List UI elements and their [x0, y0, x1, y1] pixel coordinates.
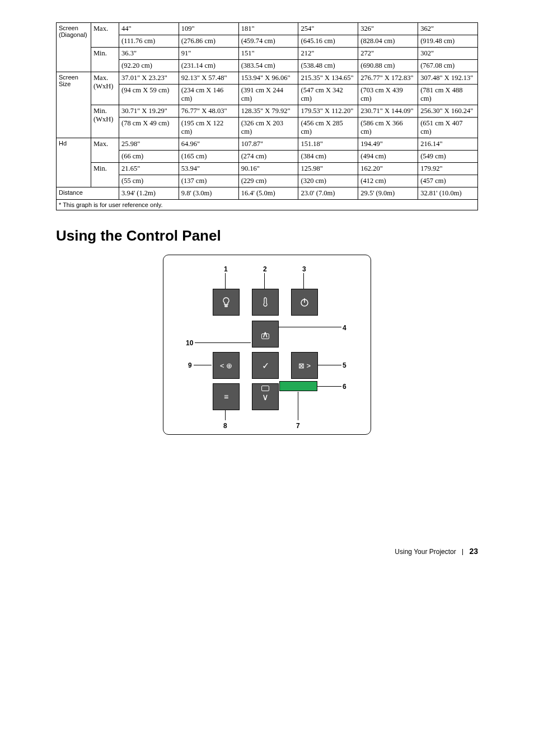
check-icon: ✓ [262, 360, 269, 371]
menu-button[interactable]: ≡ [213, 383, 240, 410]
footer-text: Using Your Projector [395, 548, 456, 556]
rowhead-hd: Hd [57, 138, 91, 187]
cell: 64.96" [179, 138, 238, 151]
cell: 44" [119, 23, 179, 35]
rowhead-screen-diagonal: Screen (Diagonal) [57, 23, 91, 72]
cell: (165 cm) [179, 151, 238, 163]
lamp-icon [221, 297, 232, 308]
cell: 162.20" [358, 163, 418, 175]
cell: 151.18" [298, 138, 358, 151]
lamp-button[interactable] [213, 289, 240, 316]
sub-min: Min. [91, 48, 119, 72]
leader-line [317, 386, 341, 387]
cell: 179.92" [418, 163, 478, 175]
cell: 326" [358, 23, 418, 35]
cell: 276.77" X 172.83" [358, 72, 418, 84]
cell: (767.08 cm) [418, 60, 478, 72]
callout-6: 6 [343, 383, 346, 391]
cell: (457 cm) [418, 175, 478, 187]
power-button[interactable] [291, 289, 318, 316]
cell: (195 cm X 122 cm) [179, 118, 238, 138]
thermometer-icon [260, 297, 271, 308]
cell: 254" [298, 23, 358, 35]
callout-4: 4 [343, 324, 346, 332]
cell: 37.01" X 23.23" [119, 72, 179, 84]
cell: 181" [238, 23, 298, 35]
cell: (494 cm) [358, 151, 418, 163]
auto-adjust-icon: < ⊕ [220, 361, 232, 370]
callout-2: 2 [263, 265, 267, 273]
cell: 9.8' (3.0m) [179, 187, 238, 200]
cell: (66 cm) [119, 151, 179, 163]
cell: 23.0' (7.0m) [298, 187, 358, 200]
sub-max: Max. [91, 23, 119, 48]
cell: (919.48 cm) [418, 35, 478, 48]
cell: 53.94" [179, 163, 238, 175]
cell: 153.94" X 96.06" [238, 72, 298, 84]
sub-max: Max. [91, 138, 119, 163]
callout-1: 1 [224, 265, 228, 273]
temp-button[interactable] [252, 289, 279, 316]
table-footnote: * This graph is for user reference only. [57, 200, 478, 210]
sub-max-wxh: Max. (WxH) [91, 72, 119, 105]
cell: (274 cm) [238, 151, 298, 163]
page-number: 23 [469, 547, 478, 556]
cell: 212" [298, 48, 358, 60]
cell: (828.04 cm) [358, 35, 418, 48]
leader-line [303, 273, 304, 289]
cell: (111.76 cm) [119, 35, 179, 48]
cell: 32.81' (10.0m) [418, 187, 478, 200]
cell: 307.48" X 192.13" [418, 72, 478, 84]
cell: 91" [179, 48, 238, 60]
leader-line [225, 273, 226, 289]
cell: (94 cm X 59 cm) [119, 84, 179, 105]
enter-button[interactable]: ✓ [252, 352, 279, 379]
cell: 302" [418, 48, 478, 60]
chevron-down-icon: ∨ [262, 392, 269, 402]
cell: (229 cm) [238, 175, 298, 187]
cell: (690.88 cm) [358, 60, 418, 72]
control-panel-diagram: 1 2 3 4 10 ∧ 9 < ⊕ ✓ ⊠ > 5 ∨ 6 [163, 255, 371, 435]
cell: (78 cm X 49 cm) [119, 118, 179, 138]
cell: (326 cm X 203 cm) [238, 118, 298, 138]
cell: (231.14 cm) [179, 60, 238, 72]
rowhead-screen-size: Screen Size [57, 72, 91, 138]
cell: 90.16" [238, 163, 298, 175]
callout-5: 5 [343, 361, 346, 369]
cell: (781 cm X 488 cm) [418, 84, 478, 105]
source-icon: ⊠ > [298, 361, 311, 370]
keystone-up-icon [261, 334, 269, 339]
cell: 30.71" X 19.29" [119, 105, 179, 118]
cell: 16.4' (5.0m) [238, 187, 298, 200]
right-button[interactable]: ⊠ > [291, 352, 318, 379]
cell: (391 cm X 244 cm) [238, 84, 298, 105]
cell: 272" [358, 48, 418, 60]
cell: (456 cm X 285 cm) [298, 118, 358, 138]
cell: 29.5' (9.0m) [358, 187, 418, 200]
cell: 76.77" X 48.03" [179, 105, 238, 118]
cell: 151" [238, 48, 298, 60]
sub-min-wxh: Min. (WxH) [91, 105, 119, 138]
left-button[interactable]: < ⊕ [213, 352, 240, 379]
callout-10: 10 [186, 339, 193, 347]
callout-3: 3 [302, 265, 306, 273]
cell: 128.35" X 79.92" [238, 105, 298, 118]
cell: (586 cm X 366 cm) [358, 118, 418, 138]
cell: 109" [179, 23, 238, 35]
cell: 256.30" X 160.24" [418, 105, 478, 118]
page-footer: Using Your Projector 23 [56, 547, 478, 556]
cell: (651 cm X 407 cm) [418, 118, 478, 138]
callout-8: 8 [223, 422, 227, 430]
leader-line [264, 273, 265, 289]
cell: 362" [418, 23, 478, 35]
cell: (412 cm) [358, 175, 418, 187]
cell: 125.98" [298, 163, 358, 175]
cell: (55 cm) [119, 175, 179, 187]
cell: 107.87" [238, 138, 298, 151]
footer-separator [462, 549, 463, 555]
cell: (703 cm X 439 cm) [358, 84, 418, 105]
callout-9: 9 [188, 361, 192, 369]
cell: 25.98" [119, 138, 179, 151]
leader-line [298, 392, 298, 420]
cell: (645.16 cm) [298, 35, 358, 48]
